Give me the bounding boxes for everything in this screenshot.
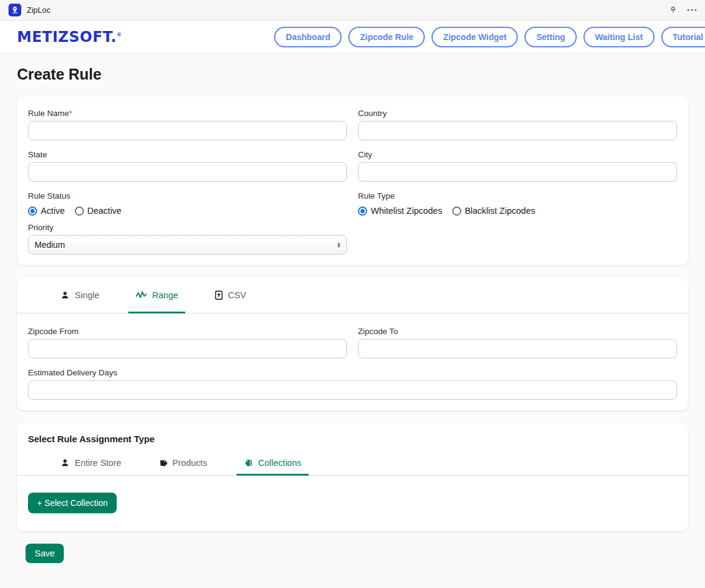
- rule-type-label: Rule Type: [358, 191, 677, 200]
- radio-checked-icon[interactable]: [358, 207, 367, 216]
- state-label: State: [28, 150, 347, 159]
- csv-upload-icon: [215, 290, 223, 300]
- zipcode-to-label: Zipcode To: [358, 327, 677, 336]
- state-field: State: [28, 150, 347, 182]
- nav-setting[interactable]: Setting: [524, 27, 576, 47]
- nav-tutorial[interactable]: Tutorial: [661, 27, 705, 47]
- tab-products-label: Products: [173, 458, 207, 468]
- priority-label: Priority: [28, 223, 347, 232]
- rule-status-active-option[interactable]: Active: [28, 206, 65, 216]
- tab-single-label: Single: [75, 290, 99, 300]
- range-pulse-icon: [136, 290, 147, 300]
- required-asterisk: *: [69, 109, 72, 118]
- pin-icon[interactable]: [669, 5, 678, 15]
- app-identity: ZipLoc: [9, 4, 50, 16]
- rule-status-deactive-option[interactable]: Deactive: [75, 206, 122, 216]
- rule-name-input[interactable]: [28, 121, 347, 140]
- tab-entire-store[interactable]: Entire Store: [46, 450, 136, 475]
- estimated-delivery-days-field: Estimated Delivery Days: [28, 368, 677, 400]
- tab-collections[interactable]: Collections: [229, 450, 316, 475]
- tab-products[interactable]: Products: [143, 450, 222, 475]
- app-name: ZipLoc: [27, 5, 50, 15]
- tab-csv-label: CSV: [228, 290, 246, 300]
- zipcode-from-input[interactable]: [28, 339, 347, 358]
- rule-status-field: Rule Status Active Deactive: [28, 191, 347, 218]
- state-input[interactable]: [28, 162, 347, 182]
- assignment-title: Select Rule Assignment Type: [17, 423, 688, 450]
- rule-type-blacklist-option[interactable]: Blacklist Zipcodes: [452, 206, 535, 216]
- more-dots-icon[interactable]: [687, 9, 696, 11]
- tab-csv[interactable]: CSV: [200, 278, 261, 313]
- main-nav: Dashboard Zipcode Rule Zipcode Widget Se…: [274, 27, 705, 47]
- main-content: Create Rule Rule Name* Country State Cit…: [0, 66, 705, 563]
- country-input[interactable]: [358, 121, 677, 140]
- rule-details-card: Rule Name* Country State City Rule Statu…: [17, 97, 688, 265]
- city-input[interactable]: [358, 162, 677, 182]
- rule-type-whitelist-option[interactable]: Whitelist Zipcodes: [358, 206, 442, 216]
- select-collection-button[interactable]: + Select Collection: [28, 493, 117, 513]
- nav-zipcode-widget[interactable]: Zipcode Widget: [432, 27, 518, 47]
- priority-field: Priority Medium ▲▼: [28, 223, 347, 255]
- tab-collections-label: Collections: [258, 458, 301, 468]
- save-button[interactable]: Save: [26, 544, 64, 563]
- rule-name-label: Rule Name*: [28, 109, 347, 118]
- radio-unchecked-icon[interactable]: [452, 207, 461, 216]
- person-icon: [60, 458, 70, 468]
- estimated-delivery-days-input[interactable]: [28, 380, 677, 400]
- country-field: Country: [358, 109, 677, 140]
- rule-status-deactive-label: Deactive: [88, 206, 122, 216]
- nav-waiting-list[interactable]: Waiting List: [583, 27, 655, 47]
- radio-unchecked-icon[interactable]: [75, 207, 84, 216]
- topbar: ZipLoc: [0, 0, 705, 21]
- location-pin-icon: [9, 4, 21, 16]
- city-field: City: [358, 150, 677, 182]
- rule-type-blacklist-label: Blacklist Zipcodes: [465, 206, 535, 216]
- zipcode-tabbar: Single Range CSV: [17, 278, 688, 313]
- nav-dashboard[interactable]: Dashboard: [274, 27, 342, 47]
- rule-type-field: Rule Type Whitelist Zipcodes Blacklist Z…: [358, 191, 677, 218]
- country-label: Country: [358, 109, 677, 118]
- priority-select[interactable]: Medium: [28, 235, 347, 255]
- rule-status-label: Rule Status: [28, 191, 347, 200]
- tab-range[interactable]: Range: [121, 278, 193, 313]
- zipcode-to-input[interactable]: [358, 339, 677, 358]
- assignment-tabbar: Entire Store Products: [17, 450, 688, 476]
- rule-name-field: Rule Name*: [28, 109, 347, 140]
- tab-range-label: Range: [152, 290, 178, 300]
- person-icon: [60, 290, 70, 300]
- product-tag-icon: [158, 458, 168, 468]
- radio-checked-icon[interactable]: [28, 207, 37, 216]
- header: METIZSOFT.® Dashboard Zipcode Rule Zipco…: [0, 21, 705, 53]
- brand-logo: METIZSOFT.®: [17, 29, 122, 46]
- brand-logo-text: METIZSOFT.: [17, 29, 117, 46]
- page-title: Create Rule: [17, 66, 688, 83]
- collections-tags-icon: [244, 458, 253, 468]
- tab-single[interactable]: Single: [46, 278, 114, 313]
- tab-entire-store-label: Entire Store: [75, 458, 122, 468]
- estimated-delivery-days-label: Estimated Delivery Days: [28, 368, 677, 377]
- registered-mark: ®: [117, 32, 122, 38]
- city-label: City: [358, 150, 677, 159]
- rule-type-whitelist-label: Whitelist Zipcodes: [371, 206, 442, 216]
- zipcode-entry-card: Single Range CSV: [17, 278, 688, 411]
- rule-assignment-card: Select Rule Assignment Type Entire Store: [17, 423, 688, 532]
- rule-status-active-label: Active: [41, 206, 65, 216]
- zipcode-from-label: Zipcode From: [28, 327, 347, 336]
- zipcode-from-field: Zipcode From: [28, 327, 347, 358]
- nav-zipcode-rule[interactable]: Zipcode Rule: [348, 27, 425, 47]
- zipcode-to-field: Zipcode To: [358, 327, 677, 358]
